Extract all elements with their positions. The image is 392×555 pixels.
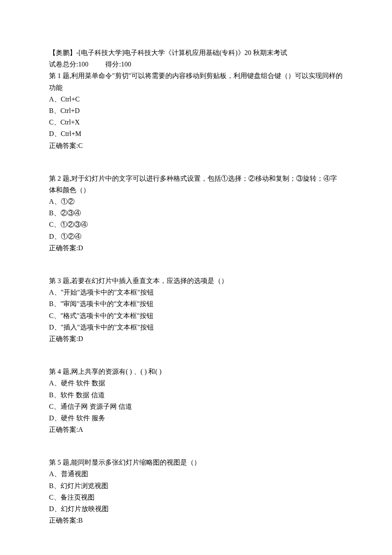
total-score: 试卷总分:100 — [49, 58, 88, 70]
exam-title: 【奥鹏】-[电子科技大学]电子科技大学《计算机应用基础(专科)》20 秋期末考试 — [49, 47, 343, 58]
option-c: C、"格式"选项卡中的"文本框"按钮 — [49, 310, 343, 321]
answer: 正确答案:D — [49, 333, 343, 344]
option-d: D、幻灯片放映视图 — [49, 503, 343, 515]
question-prompt: 第 5 题,能同时显示多张幻灯片缩略图的视图是（） — [49, 457, 343, 468]
option-c: C、通信子网 资源子网 信道 — [49, 401, 343, 412]
option-c: C、①②③④ — [49, 219, 343, 230]
question-prompt: 第 2 题,对于幻灯片中的文字可以进行多种格式设置，包括①选择；②移动和复制；③… — [49, 173, 343, 196]
option-a: A、①② — [49, 196, 343, 207]
question-prompt: 第 3 题,若要在幻灯片中插入垂直文本，应选择的选项是（） — [49, 275, 343, 286]
answer: 正确答案:C — [49, 140, 343, 151]
option-b: B、"审阅"选项卡中的"文本框"按钮 — [49, 298, 343, 309]
option-d: D、硬件 软件 服务 — [49, 412, 343, 424]
score-line: 试卷总分:100 得分:100 — [49, 58, 343, 70]
option-c: C、备注页视图 — [49, 491, 343, 503]
option-b: B、幻灯片浏览视图 — [49, 480, 343, 491]
option-a: A、Ctrl+C — [49, 93, 343, 105]
option-a: A、硬件 软件 数据 — [49, 377, 343, 389]
exam-header: 【奥鹏】-[电子科技大学]电子科技大学《计算机应用基础(专科)》20 秋期末考试… — [49, 47, 343, 70]
question-prompt: 第 1 题,利用菜单命令"剪切"可以将需要的内容移动到剪贴板，利用键盘组合键（）… — [49, 70, 343, 93]
option-d: D、"插入"选项卡中的"文本框"按钮 — [49, 321, 343, 333]
question-3: 第 3 题,若要在幻灯片中插入垂直文本，应选择的选项是（） A、"开始"选项卡中… — [49, 275, 343, 344]
option-a: A、普通视图 — [49, 468, 343, 480]
answer: 正确答案:D — [49, 242, 343, 254]
option-b: B、②③④ — [49, 207, 343, 219]
question-1: 第 1 题,利用菜单命令"剪切"可以将需要的内容移动到剪贴板，利用键盘组合键（）… — [49, 70, 343, 151]
question-2: 第 2 题,对于幻灯片中的文字可以进行多种格式设置，包括①选择；②移动和复制；③… — [49, 173, 343, 254]
answer: 正确答案:B — [49, 515, 343, 526]
option-b: B、Ctrl+D — [49, 105, 343, 116]
option-d: D、Ctrl+M — [49, 128, 343, 139]
question-5: 第 5 题,能同时显示多张幻灯片缩略图的视图是（） A、普通视图 B、幻灯片浏览… — [49, 457, 343, 526]
option-d: D、①②④ — [49, 231, 343, 242]
option-c: C、Ctrl+X — [49, 116, 343, 128]
option-b: B、软件 数据 信道 — [49, 389, 343, 401]
option-a: A、"开始"选项卡中的"文本框"按钮 — [49, 286, 343, 298]
obtained-score: 得分:100 — [105, 58, 131, 70]
answer: 正确答案:A — [49, 424, 343, 435]
question-prompt: 第 4 题,网上共享的资源有( ) 、( ) 和( ) — [49, 366, 343, 377]
question-4: 第 4 题,网上共享的资源有( ) 、( ) 和( ) A、硬件 软件 数据 B… — [49, 366, 343, 435]
